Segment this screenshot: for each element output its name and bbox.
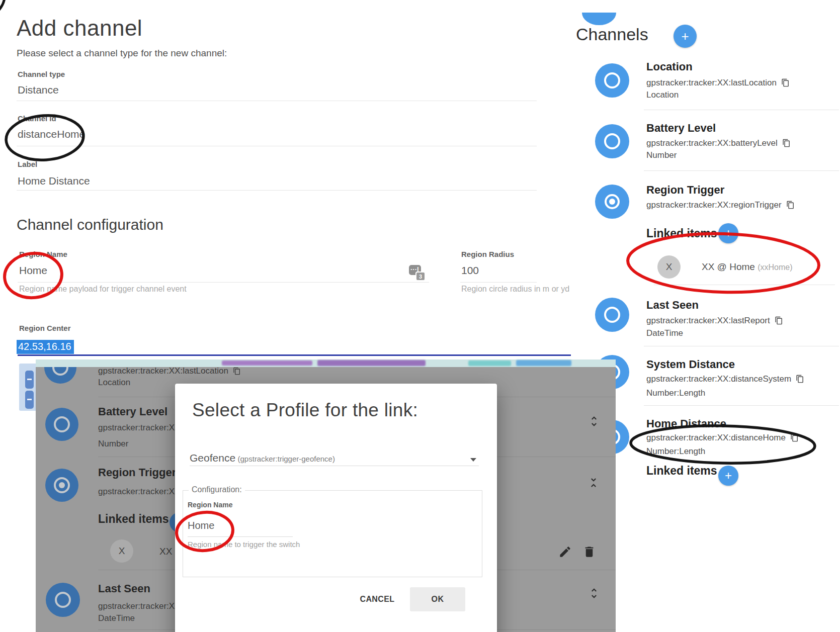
- channel-id-underline: [17, 146, 537, 146]
- add-linked-item-button[interactable]: +: [718, 466, 738, 486]
- channel-type-select[interactable]: Distance: [18, 84, 59, 96]
- map-blob: [516, 360, 571, 366]
- channel-type-text: DateTime: [646, 328, 683, 338]
- map-zoom-out-button[interactable]: [25, 391, 34, 409]
- dim-channel-avatar: [45, 408, 78, 441]
- divider: [644, 346, 839, 346]
- partial-fab[interactable]: [582, 13, 616, 25]
- ok-button[interactable]: OK: [410, 587, 465, 611]
- dim-channel-avatar: [44, 367, 76, 384]
- linked-item-label[interactable]: XX @ Home (xxHome): [702, 261, 793, 273]
- channel-uid: gpstracker:tracker:XX:lastReport: [646, 316, 783, 326]
- channel-id-label: Channel id: [18, 114, 56, 123]
- dialog-region-name-label: Region Name: [188, 501, 232, 509]
- channel-title: Last Seen: [646, 299, 699, 312]
- map-strip: [36, 359, 616, 367]
- channel-title: System Distance: [646, 358, 735, 371]
- label-field-input[interactable]: Home Distance: [18, 175, 90, 187]
- channel-uid: gpstracker:tracker:XX:batteryLevel: [646, 138, 791, 148]
- channel-uid: gpstracker:tracker:XX:regionTrigger: [646, 200, 795, 210]
- autofill-badge: 3: [415, 272, 426, 281]
- dim-channel-title: Region Trigger: [98, 466, 176, 479]
- divider: [644, 110, 839, 110]
- region-center-input[interactable]: 42.53,16.16: [17, 340, 74, 354]
- channel-id-input[interactable]: distanceHome: [18, 128, 85, 140]
- copy-icon[interactable]: [786, 201, 795, 209]
- copy-icon[interactable]: [775, 316, 783, 325]
- fieldset-legend: Configuration:: [189, 485, 245, 494]
- region-radius-helper: Region circle radius in m or yd: [461, 285, 569, 294]
- map-blob: [222, 360, 312, 366]
- divider: [644, 405, 839, 406]
- dropdown-arrow-icon: [470, 458, 476, 462]
- copy-icon[interactable]: [781, 78, 790, 87]
- circle-icon: [604, 133, 620, 149]
- profile-select-underline: [190, 466, 479, 466]
- copy-icon[interactable]: [796, 375, 804, 383]
- channel-avatar-battery: [595, 124, 629, 158]
- divider: [654, 285, 835, 285]
- screenshot-canvas: Add channel Please select a channel type…: [0, 0, 840, 632]
- unfold-less-icon: [587, 476, 600, 489]
- channel-avatar-last-seen: [595, 298, 629, 332]
- dialog-region-name-underline: [188, 536, 293, 537]
- circle-icon: [604, 307, 620, 323]
- channel-avatar-location: [595, 63, 629, 98]
- label-underline: [17, 190, 537, 191]
- dim-channel-type: Location: [98, 378, 130, 388]
- channel-title: Region Trigger: [646, 184, 724, 197]
- corner-mark-annotation: [0, 0, 5, 10]
- edit-icon: [558, 545, 572, 559]
- selected-text: 42.53,16.16: [17, 340, 74, 354]
- region-radius-underline: [460, 282, 537, 283]
- channel-uid: gpstracker:tracker:XX:lastLocation: [646, 78, 790, 88]
- dim-channel-avatar: [46, 583, 80, 617]
- autofill-icon[interactable]: 3: [409, 265, 425, 280]
- dim-linked-items-heading: Linked items: [98, 512, 169, 526]
- map-zoom-in-button[interactable]: [25, 371, 34, 389]
- page-title: Add channel: [17, 16, 142, 41]
- dim-channel-uid: gpstracker:tracker:XX:lastLocation: [98, 367, 241, 376]
- dialog-region-name-input[interactable]: Home: [188, 520, 214, 531]
- form-subtitle: Please select a channel type for the new…: [17, 48, 227, 59]
- section-heading: Channel configuration: [17, 216, 163, 233]
- copy-icon[interactable]: [790, 433, 799, 442]
- plus-icon: +: [725, 226, 732, 240]
- add-channel-button[interactable]: +: [674, 25, 697, 48]
- copy-icon: [233, 367, 241, 375]
- divider: [644, 170, 839, 171]
- channel-type-text: Number:Length: [646, 388, 705, 398]
- linked-items-heading: Linked items: [646, 464, 717, 478]
- map-blob: [317, 360, 426, 366]
- unfold-more-icon: [587, 415, 601, 428]
- plus-icon: +: [725, 469, 732, 483]
- region-center-focus-underline: [18, 354, 571, 356]
- dim-channel-type: DateTime: [98, 613, 135, 623]
- label-field-label: Label: [18, 160, 37, 168]
- channel-uid: gpstracker:tracker:XX:distanceHome: [646, 433, 799, 443]
- linked-item-avatar: X: [657, 255, 681, 279]
- channels-heading: Channels: [576, 25, 648, 44]
- profile-select-detail: (gpstracker:trigger-geofence): [238, 455, 335, 463]
- region-name-label: Region Name: [19, 250, 67, 258]
- unfold-more-icon: [587, 587, 601, 600]
- copy-icon[interactable]: [782, 139, 791, 147]
- channel-type-text: Number: [646, 150, 677, 160]
- profile-select[interactable]: Geofence (gpstracker:trigger-geofence): [190, 452, 481, 464]
- delete-icon: [582, 545, 596, 559]
- dim-channel-title: Battery Level: [98, 405, 167, 418]
- dialog-region-name-helper: Region name to trigger the switch: [188, 540, 300, 549]
- dim-channel-type: Number: [98, 439, 128, 449]
- region-name-input[interactable]: Home: [19, 264, 47, 277]
- region-radius-input[interactable]: 100: [461, 264, 479, 277]
- profile-dialog: Select a Profile for the link: Geofence …: [175, 384, 497, 632]
- region-center-label: Region Center: [19, 324, 71, 332]
- dim-channel-title: Last Seen: [98, 582, 150, 595]
- channel-uid: gpstracker:tracker:XX:distanceSystem: [646, 374, 804, 384]
- region-name-underline: [18, 282, 429, 283]
- linked-items-heading: Linked items: [646, 227, 717, 240]
- add-linked-item-button[interactable]: +: [718, 223, 738, 243]
- channel-title: Battery Level: [646, 122, 716, 135]
- dim-linked-item-avatar: X: [110, 539, 133, 563]
- cancel-button[interactable]: CANCEL: [352, 587, 402, 611]
